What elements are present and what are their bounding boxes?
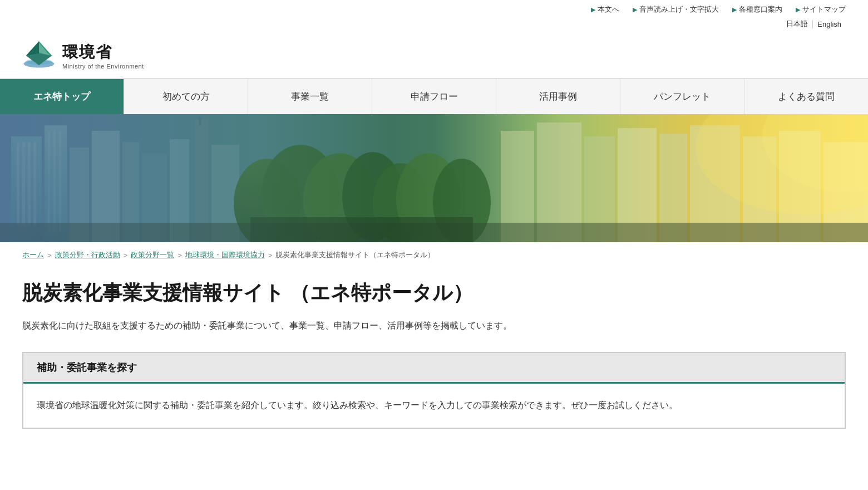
breadcrumb-chikyu[interactable]: 地球環境・国際環境協力	[185, 250, 265, 260]
logo-japanese-name: 環境省	[62, 42, 144, 63]
logo-text: 環境省 Ministry of the Environment	[62, 42, 144, 70]
page-description: 脱炭素化に向けた取組を支援するための補助・委託事業について、事業一覧、申請フロー…	[22, 318, 846, 334]
main-navigation: エネ特トップ 初めての方 事業一覧 申請フロー 活用事例 パンフレット よくある…	[0, 79, 868, 114]
utility-link-voice[interactable]: ▶ 音声読み上げ・文字拡大	[633, 4, 719, 14]
utility-link-label: 音声読み上げ・文字拡大	[639, 4, 719, 14]
breadcrumb-sep-3: >	[177, 251, 182, 259]
hero-overlay	[0, 114, 868, 242]
breadcrumb-seisaku[interactable]: 政策分野・行政活動	[55, 250, 120, 260]
nav-item-pamphlet[interactable]: パンフレット	[620, 79, 744, 114]
arrow-icon: ▶	[732, 6, 737, 13]
utility-link-label: サイトマップ	[802, 4, 846, 14]
nav-item-enetoku-top[interactable]: エネ特トップ	[0, 79, 124, 114]
utility-link-sitemap[interactable]: ▶ サイトマップ	[796, 4, 846, 14]
logo-english-name: Ministry of the Environment	[62, 63, 144, 70]
ministry-logo-icon	[22, 39, 56, 72]
hero-image	[0, 114, 868, 242]
lang-english[interactable]: English	[812, 20, 846, 28]
nav-item-shinsei-flow[interactable]: 申請フロー	[372, 79, 496, 114]
breadcrumb-sep-2: >	[124, 251, 128, 259]
section-box-header: 補助・委託事業を探す	[23, 353, 845, 384]
utility-link-madoguchi[interactable]: ▶ 各種窓口案内	[732, 4, 782, 14]
breadcrumb: ホーム > 政策分野・行政活動 > 政策分野一覧 > 地球環境・国際環境協力 >…	[0, 242, 868, 268]
nav-item-faq[interactable]: よくある質問	[744, 79, 868, 114]
arrow-icon: ▶	[796, 6, 800, 13]
logo-area[interactable]: 環境省 Ministry of the Environment	[22, 39, 144, 72]
breadcrumb-home[interactable]: ホーム	[22, 250, 44, 260]
breadcrumb-sep-4: >	[268, 251, 273, 259]
utility-link-label: 本文へ	[598, 4, 619, 14]
section-box-body: 環境省の地球温暖化対策に関する補助・委託事業を紹介しています。絞り込み検索や、キ…	[23, 384, 845, 427]
lang-japanese[interactable]: 日本語	[782, 19, 812, 29]
breadcrumb-sep-1: >	[47, 251, 52, 259]
svg-marker-4	[26, 41, 39, 56]
arrow-icon: ▶	[633, 6, 637, 13]
utility-link-label: 各種窓口案内	[739, 4, 782, 14]
nav-item-hajimete[interactable]: 初めての方	[124, 79, 248, 114]
page-title: 脱炭素化事業支援情報サイト （エネ特ポータル）	[22, 279, 846, 307]
section-box-subsidy: 補助・委託事業を探す 環境省の地球温暖化対策に関する補助・委託事業を紹介していま…	[22, 352, 846, 428]
breadcrumb-seisaku-ichiran[interactable]: 政策分野一覧	[131, 250, 174, 260]
nav-item-jigyo-ichiran[interactable]: 事業一覧	[248, 79, 372, 114]
nav-item-katsuyou-jirei[interactable]: 活用事例	[496, 79, 620, 114]
arrow-icon: ▶	[591, 6, 595, 13]
main-content: 脱炭素化事業支援情報サイト （エネ特ポータル） 脱炭素化に向けた取組を支援するた…	[0, 268, 868, 451]
breadcrumb-current: 脱炭素化事業支援情報サイト（エネ特ポータル）	[275, 250, 435, 260]
utility-link-honbun[interactable]: ▶ 本文へ	[591, 4, 619, 14]
